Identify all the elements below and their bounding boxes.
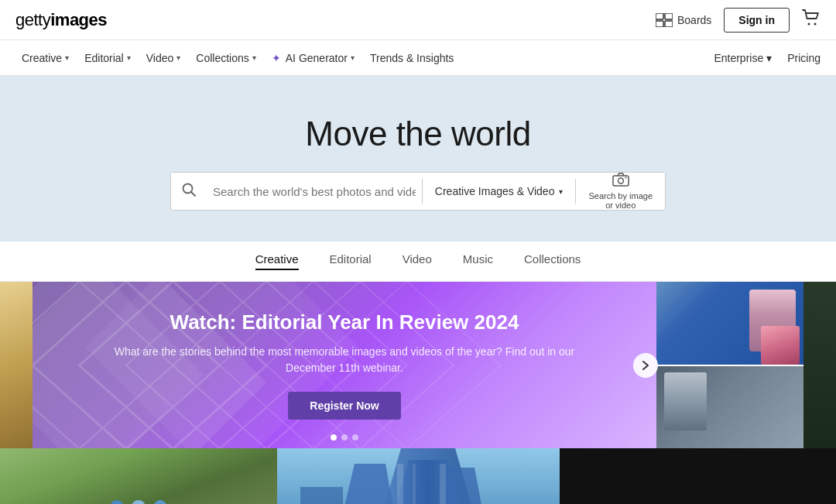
logo[interactable]: gettyimages xyxy=(15,10,107,30)
trends-label: Trends & Insights xyxy=(370,52,454,64)
nav-item-creative[interactable]: Creative ▾ xyxy=(15,40,75,76)
collections-chevron: ▾ xyxy=(252,53,256,62)
nav-item-trends[interactable]: Trends & Insights xyxy=(364,40,460,76)
top-nav-left: gettyimages xyxy=(15,10,107,30)
banner-right-bottom-image xyxy=(656,366,803,449)
nav-item-enterprise[interactable]: Enterprise ▾ xyxy=(714,52,772,64)
svg-point-5 xyxy=(814,22,817,25)
creative-chevron: ▾ xyxy=(65,53,69,62)
search-type-button[interactable]: Creative Images & Video ▾ xyxy=(423,173,576,210)
hero-title: Move the world xyxy=(305,115,530,153)
enterprise-label: Enterprise xyxy=(714,52,763,64)
editorial-label: Editorial xyxy=(84,52,124,64)
ai-chevron: ▾ xyxy=(351,53,355,62)
tab-video[interactable]: Video xyxy=(403,252,432,270)
camera-icon xyxy=(612,173,629,190)
logo-images: images xyxy=(50,10,107,30)
secondary-nav: Creative ▾ Editorial ▾ Video ▾ Collectio… xyxy=(0,40,836,76)
banner-right-peek xyxy=(656,282,803,448)
search-type-label: Creative Images & Video xyxy=(435,185,555,197)
search-image-label: Search by image or video xyxy=(588,191,653,210)
banner-carousel: Watch: Editorial Year In Review 2024 Wha… xyxy=(0,282,836,448)
enterprise-chevron: ▾ xyxy=(766,52,772,64)
photo-middle[interactable] xyxy=(277,448,560,504)
photos-grid xyxy=(0,448,836,504)
banner-dot-3[interactable] xyxy=(352,434,358,441)
search-type-chevron: ▾ xyxy=(559,187,563,196)
banner-cta-button[interactable]: Register Now xyxy=(288,392,400,420)
tab-collections[interactable]: Collections xyxy=(524,252,581,270)
photo-left[interactable] xyxy=(0,448,277,504)
banner-right-top-image xyxy=(656,282,803,365)
video-label: Video xyxy=(146,52,174,64)
nav-item-editorial[interactable]: Editorial ▾ xyxy=(78,40,137,76)
svg-rect-3 xyxy=(665,21,673,27)
svg-line-7 xyxy=(191,192,195,196)
content-tabs: Creative Editorial Video Music Collectio… xyxy=(0,242,836,282)
tab-creative[interactable]: Creative xyxy=(255,252,299,270)
boards-icon xyxy=(656,13,673,27)
editorial-chevron: ▾ xyxy=(127,53,131,62)
sec-nav-right: Enterprise ▾ Pricing xyxy=(714,52,821,64)
sec-nav-left: Creative ▾ Editorial ▾ Video ▾ Collectio… xyxy=(15,40,460,76)
svg-rect-27 xyxy=(440,464,446,504)
banner-title: Watch: Editorial Year In Review 2024 xyxy=(94,310,594,334)
boards-label: Boards xyxy=(677,14,711,26)
nav-item-collections[interactable]: Collections ▾ xyxy=(190,40,262,76)
carousel-next-button[interactable] xyxy=(633,353,658,378)
nav-item-ai-generator[interactable]: ✦ AI Generator ▾ xyxy=(266,40,361,76)
logo-getty: getty xyxy=(15,10,50,30)
svg-rect-2 xyxy=(656,21,663,27)
svg-rect-1 xyxy=(665,13,673,19)
svg-rect-25 xyxy=(397,464,403,504)
cart-icon[interactable] xyxy=(802,9,821,31)
banner-far-right xyxy=(803,282,836,448)
tab-editorial[interactable]: Editorial xyxy=(330,252,372,270)
buildings-photo xyxy=(277,448,560,504)
top-nav-right: Boards Sign in xyxy=(656,8,821,33)
photo-right[interactable] xyxy=(560,448,837,504)
creative-label: Creative xyxy=(22,52,62,64)
banner-dot-1[interactable] xyxy=(331,434,337,441)
svg-rect-0 xyxy=(656,13,663,19)
nav-item-pricing[interactable]: Pricing xyxy=(787,52,821,64)
signin-button[interactable]: Sign in xyxy=(724,8,790,33)
banner-subtitle: What are the stories behind the most mem… xyxy=(94,344,594,376)
svg-point-10 xyxy=(625,177,626,179)
ai-generator-label: AI Generator xyxy=(286,52,348,64)
ai-star-icon: ✦ xyxy=(272,52,281,64)
search-bar: Creative Images & Video ▾ Search by imag… xyxy=(170,172,666,211)
search-input[interactable] xyxy=(207,173,422,210)
hero-section: Move the world Creative Images & Video ▾ xyxy=(0,76,836,242)
banner-far-right-inner xyxy=(803,282,836,448)
top-nav: gettyimages Boards Sign in xyxy=(0,0,836,40)
banner-main: Watch: Editorial Year In Review 2024 Wha… xyxy=(33,282,656,448)
collections-label: Collections xyxy=(196,52,248,64)
tab-music[interactable]: Music xyxy=(463,252,493,270)
nav-item-video[interactable]: Video ▾ xyxy=(140,40,187,76)
banner-dot-2[interactable] xyxy=(341,434,348,441)
svg-rect-24 xyxy=(300,487,343,504)
boards-button[interactable]: Boards xyxy=(656,13,711,27)
banner-content: Watch: Editorial Year In Review 2024 Wha… xyxy=(33,310,656,420)
svg-point-9 xyxy=(618,178,623,183)
search-by-image-button[interactable]: Search by image or video xyxy=(576,173,665,210)
svg-rect-26 xyxy=(413,464,416,504)
search-icon-wrap xyxy=(171,173,207,210)
svg-point-4 xyxy=(808,22,810,25)
banner-dots xyxy=(331,434,358,441)
banner-left-peek xyxy=(0,282,33,448)
search-icon xyxy=(182,183,196,201)
video-chevron: ▾ xyxy=(176,53,180,62)
